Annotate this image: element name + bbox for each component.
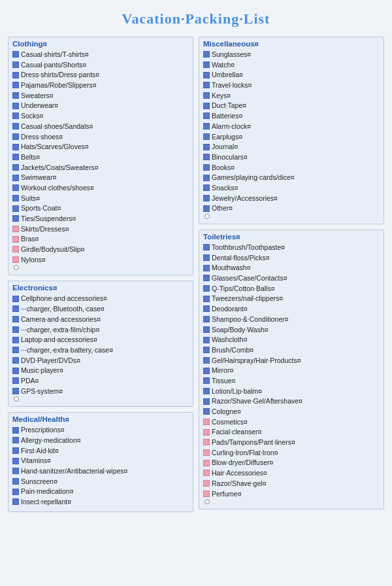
list-item[interactable]: Casual·pants/Shorts¤ — [12, 60, 189, 70]
list-item[interactable]: Razor/Shave·gel¤ — [203, 479, 380, 489]
list-item[interactable]: Travel·locks¤ — [203, 80, 380, 90]
list-item[interactable]: Camera·and·accessories¤ — [12, 315, 189, 324]
checkbox-icon[interactable] — [203, 388, 210, 394]
checkbox-icon[interactable] — [12, 92, 19, 99]
checkbox-icon[interactable] — [203, 61, 210, 68]
list-item[interactable] — [12, 396, 189, 402]
list-item[interactable]: Snacks¤ — [203, 183, 380, 193]
list-item[interactable]: Gel/Hairspray/Hair·Products¤ — [203, 356, 380, 366]
list-item[interactable]: Alarm·clock¤ — [203, 122, 380, 131]
checkbox-icon[interactable] — [12, 498, 19, 505]
list-item[interactable]: Dress·shirts/Dress·pants¤ — [12, 70, 189, 80]
list-item[interactable]: ···charger,·Bluetooth,·case¤ — [12, 304, 189, 314]
list-item[interactable]: Jewelry/Accessories¤ — [203, 194, 380, 203]
checkbox-icon[interactable] — [203, 123, 210, 129]
list-item[interactable]: Books¤ — [203, 163, 380, 173]
list-item[interactable]: Duct·Tape¤ — [203, 101, 380, 111]
list-item[interactable]: PDA¤ — [12, 376, 189, 386]
list-item[interactable]: Perfume¤ — [203, 489, 380, 499]
list-item[interactable]: Cellphone·and·accessories¤ — [12, 294, 189, 303]
checkbox-icon[interactable] — [203, 254, 210, 261]
checkbox-icon[interactable] — [203, 347, 210, 353]
checkbox-icon[interactable] — [203, 449, 210, 456]
list-item[interactable]: Insect·repellant¤ — [12, 497, 189, 507]
checkbox-icon[interactable] — [12, 347, 19, 353]
list-item[interactable]: Soap/Body·Wash¤ — [203, 325, 380, 335]
list-item[interactable]: Umbrella¤ — [203, 70, 380, 80]
list-item[interactable]: Workout·clothes/shoes¤ — [12, 183, 189, 193]
list-item[interactable]: First·Aid·kit¤ — [12, 446, 189, 456]
list-item[interactable]: Prescriptions¤ — [12, 425, 189, 435]
list-item[interactable]: Girdle/Bodysuit/Slip¤ — [12, 245, 189, 254]
list-item[interactable]: Mouthwash¤ — [203, 263, 380, 273]
checkbox-icon[interactable] — [203, 470, 210, 476]
checkbox-icon[interactable] — [203, 460, 210, 466]
checkbox-icon[interactable] — [203, 82, 210, 88]
checkbox-icon[interactable] — [12, 144, 19, 150]
checkbox-icon[interactable] — [203, 316, 210, 322]
list-item[interactable]: Sports·Coat¤ — [12, 203, 189, 213]
list-item[interactable]: Jackets/Coats/Sweaters¤ — [12, 163, 189, 173]
list-item[interactable]: Mirror¤ — [203, 366, 380, 375]
list-item[interactable]: Vitamins¤ — [12, 456, 189, 466]
checkbox-icon[interactable] — [12, 72, 19, 78]
checkbox-icon[interactable] — [12, 458, 19, 464]
list-item[interactable]: GPS·system¤ — [12, 387, 189, 396]
list-item[interactable] — [203, 499, 380, 504]
list-item[interactable]: Dress·shoes¤ — [12, 132, 189, 142]
list-item[interactable]: ···charger,·extra·battery,·case¤ — [12, 345, 189, 355]
checkbox-icon[interactable] — [12, 326, 19, 333]
checkbox-icon[interactable] — [12, 164, 19, 171]
checkbox-icon[interactable] — [12, 184, 19, 191]
checkbox-icon[interactable] — [12, 236, 19, 243]
list-item[interactable]: Other¤ — [203, 203, 380, 213]
checkbox-icon[interactable] — [203, 265, 210, 271]
checkbox-icon[interactable] — [203, 51, 210, 58]
checkbox-icon[interactable] — [203, 429, 210, 436]
checkbox-icon[interactable] — [12, 447, 19, 454]
list-item[interactable]: Ties/Suspenders¤ — [12, 214, 189, 224]
checkbox-icon[interactable] — [203, 408, 210, 415]
list-item[interactable]: Pain·medication¤ — [12, 487, 189, 496]
list-item[interactable]: Earplugs¤ — [203, 132, 380, 142]
list-item[interactable]: Lotion/Lip·balm¤ — [203, 387, 380, 396]
checkbox-icon[interactable] — [12, 427, 19, 434]
checkbox-icon[interactable] — [12, 388, 19, 394]
checkbox-icon[interactable] — [12, 226, 19, 232]
checkbox-icon[interactable] — [203, 154, 210, 160]
list-item[interactable]: Hair·Accessories¤ — [203, 468, 380, 478]
checkbox-icon[interactable] — [12, 478, 19, 485]
list-item[interactable] — [12, 265, 189, 270]
checkbox-icon[interactable] — [203, 337, 210, 343]
checkbox-icon[interactable] — [12, 377, 19, 384]
checkbox-icon[interactable] — [203, 480, 210, 487]
list-item[interactable]: Hats/Scarves/Gloves¤ — [12, 142, 189, 152]
list-item[interactable]: Bras¤ — [12, 234, 189, 244]
checkbox-icon[interactable] — [12, 205, 19, 212]
checkbox-icon[interactable] — [203, 112, 210, 119]
checkbox-icon[interactable] — [203, 175, 210, 181]
list-item[interactable]: Casual·shoes/Sandals¤ — [12, 122, 189, 131]
checkbox-icon[interactable] — [203, 357, 210, 364]
list-item[interactable]: Sweaters¤ — [12, 91, 189, 101]
list-item[interactable]: Casual·shirts/T-shirts¤ — [12, 50, 189, 60]
list-item[interactable]: Swimwear¤ — [12, 173, 189, 182]
checkbox-icon[interactable] — [203, 368, 210, 374]
list-item[interactable]: Tissue¤ — [203, 376, 380, 386]
checkbox-icon[interactable] — [203, 491, 210, 497]
checkbox-icon[interactable] — [203, 439, 210, 445]
checkbox-icon[interactable] — [203, 244, 210, 250]
list-item[interactable]: Batteries¤ — [203, 111, 380, 121]
list-item[interactable]: Suits¤ — [12, 194, 189, 203]
checkbox-icon[interactable] — [12, 296, 19, 302]
checkbox-icon[interactable] — [203, 144, 210, 150]
list-item[interactable]: Tweezers/nail·clippers¤ — [203, 294, 380, 303]
checkbox-icon[interactable] — [12, 82, 19, 88]
checkbox-icon[interactable] — [12, 215, 19, 222]
list-item[interactable]: Brush/Comb¤ — [203, 345, 380, 355]
list-item[interactable]: Toothbrush/Toothpaste¤ — [203, 243, 380, 252]
list-item[interactable]: Laptop·and·accessories¤ — [12, 335, 189, 345]
checkbox-icon[interactable] — [12, 103, 19, 109]
checkbox-icon[interactable] — [12, 246, 19, 252]
list-item[interactable]: Washcloth¤ — [203, 335, 380, 345]
